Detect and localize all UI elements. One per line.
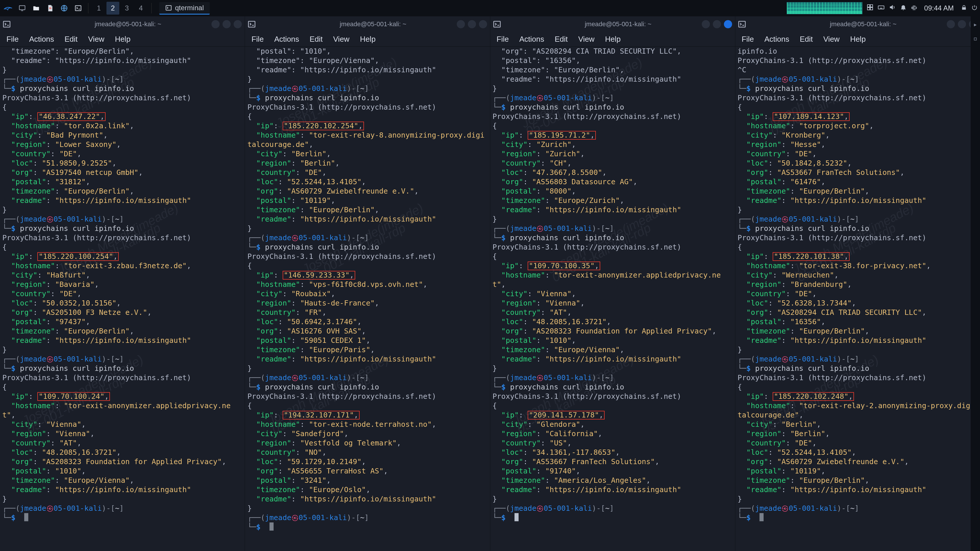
maximize-button[interactable] bbox=[713, 20, 721, 28]
menu-help[interactable]: Help bbox=[850, 35, 865, 44]
prompt-line-2[interactable]: └─$ bbox=[493, 513, 733, 522]
workspace-3[interactable]: 3 bbox=[121, 2, 133, 14]
cpu-graph[interactable] bbox=[787, 2, 862, 14]
command-text: proxychains curl ipinfo.io bbox=[755, 364, 869, 373]
json-field: "readme": "https://ipinfo.io/missingauth… bbox=[493, 205, 733, 214]
menu-edit[interactable]: Edit bbox=[555, 35, 568, 44]
menu-view[interactable]: View bbox=[333, 35, 349, 44]
prompt-line-2[interactable]: └─$ proxychains curl ipinfo.io bbox=[247, 383, 487, 392]
sidebar-folder-icon[interactable]: ▫ bbox=[973, 34, 977, 43]
json-field: "timezone": "Europe/Oslo", bbox=[247, 485, 487, 494]
lock-icon[interactable] bbox=[961, 4, 967, 13]
ip-highlight: "194.32.107.171", bbox=[283, 411, 360, 419]
menu-file[interactable]: File bbox=[742, 35, 754, 44]
prompt-line-2[interactable]: └─$ proxychains curl ipinfo.io bbox=[493, 103, 733, 112]
workspace-2[interactable]: 2 bbox=[107, 2, 119, 14]
terminal-body[interactable]: Joseph Meade(jmeade) 05-001-kali-kali-rd… bbox=[490, 47, 735, 551]
kali-menu-icon[interactable] bbox=[2, 2, 14, 14]
prompt-line-2[interactable]: └─$ proxychains curl ipinfo.io bbox=[247, 93, 487, 103]
terminal-body[interactable]: Joseph Meade(jmeade) 05-001-kali-kali-rd… bbox=[245, 47, 490, 551]
json-open-brace: { bbox=[493, 401, 733, 410]
json-field: "timezone": "Europe/Berlin", bbox=[738, 327, 978, 336]
file-manager-icon[interactable] bbox=[30, 2, 42, 14]
json-field: "org": "AS205100 F3 Netze e.V.", bbox=[2, 308, 242, 317]
prompt-line-2[interactable]: └─$ proxychains curl ipinfo.io bbox=[493, 233, 733, 243]
menu-actions[interactable]: Actions bbox=[274, 35, 299, 44]
prompt-line-2[interactable]: └─$ bbox=[2, 513, 242, 522]
terminal-body[interactable]: Joseph Meade(jmeade) 05-001-kali-kali-rd… bbox=[735, 47, 980, 551]
close-button[interactable] bbox=[234, 20, 242, 28]
json-close-brace: } bbox=[738, 205, 978, 214]
json-field: "postal": "10119", bbox=[247, 196, 487, 205]
menu-actions[interactable]: Actions bbox=[29, 35, 54, 44]
keyboard-icon[interactable] bbox=[878, 4, 885, 13]
command-text: proxychains curl ipinfo.io bbox=[20, 84, 134, 93]
json-field: "country": "NO", bbox=[247, 448, 487, 457]
maximize-button[interactable] bbox=[468, 20, 476, 28]
json-field: "org": "AS56803 Datasource AG", bbox=[493, 177, 733, 187]
menu-actions[interactable]: Actions bbox=[519, 35, 544, 44]
output-line: "readme": "https://ipinfo.io/missingauth… bbox=[493, 75, 733, 84]
volume-icon[interactable] bbox=[889, 4, 896, 13]
minimize-button[interactable] bbox=[212, 20, 220, 28]
menubar: FileActionsEditViewHelp bbox=[245, 32, 490, 47]
menu-view[interactable]: View bbox=[823, 35, 840, 44]
menu-help[interactable]: Help bbox=[605, 35, 620, 44]
sidebar-settings-icon[interactable]: ▸ bbox=[973, 21, 977, 29]
network-icon[interactable] bbox=[911, 4, 917, 13]
terminal-icon[interactable] bbox=[72, 2, 84, 14]
json-field: "postal": "1010", bbox=[493, 336, 733, 345]
json-field: "readme": "https://ipinfo.io/missingauth… bbox=[493, 354, 733, 364]
show-desktop-icon[interactable] bbox=[16, 2, 28, 14]
minimize-button[interactable] bbox=[702, 20, 710, 28]
menu-view[interactable]: View bbox=[88, 35, 104, 44]
minimize-button[interactable] bbox=[947, 20, 955, 28]
json-field-ip: "ip": "109.70.100.24", bbox=[2, 392, 242, 401]
menu-edit[interactable]: Edit bbox=[800, 35, 813, 44]
menu-file[interactable]: File bbox=[497, 35, 509, 44]
text-editor-icon[interactable] bbox=[45, 2, 56, 14]
prompt-line: ┌──(jmeade㉿05-001-kali)-[~] bbox=[738, 504, 978, 513]
maximize-button[interactable] bbox=[958, 20, 966, 28]
menu-file[interactable]: File bbox=[6, 35, 19, 44]
clock[interactable]: 09:44 AM bbox=[921, 4, 957, 12]
close-button[interactable] bbox=[724, 20, 732, 28]
browser-icon[interactable] bbox=[58, 2, 70, 14]
json-field-ip: "ip": "194.32.107.171", bbox=[247, 410, 487, 420]
prompt-line: ┌──(jmeade㉿05-001-kali)-[~] bbox=[2, 214, 242, 224]
workspace-1[interactable]: 1 bbox=[92, 2, 105, 14]
json-field-ip: "ip": "209.141.57.178", bbox=[493, 410, 733, 420]
maximize-button[interactable] bbox=[223, 20, 231, 28]
menu-view[interactable]: View bbox=[578, 35, 594, 44]
menu-file[interactable]: File bbox=[251, 35, 264, 44]
close-button[interactable] bbox=[479, 20, 487, 28]
power-icon[interactable] bbox=[971, 4, 978, 13]
prompt-line-2[interactable]: └─$ bbox=[738, 513, 978, 522]
prompt-line-2[interactable]: └─$ proxychains curl ipinfo.io bbox=[738, 364, 978, 373]
prompt-line-2[interactable]: └─$ bbox=[247, 522, 487, 532]
right-sidebar: ▸ ▫ bbox=[970, 16, 980, 551]
workspace-4[interactable]: 4 bbox=[134, 2, 147, 14]
terminal-body[interactable]: Joseph Meade(jmeade) 05-001-kali-kali-rd… bbox=[0, 47, 245, 551]
taskbar-app-qterminal[interactable]: qterminal bbox=[159, 2, 210, 14]
json-field: "city": "Bad Pyrmont", bbox=[2, 130, 242, 140]
prompt-line-2[interactable]: └─$ proxychains curl ipinfo.io bbox=[738, 224, 978, 233]
prompt-line-2[interactable]: └─$ proxychains curl ipinfo.io bbox=[247, 243, 487, 252]
prompt-line-2[interactable]: └─$ proxychains curl ipinfo.io bbox=[493, 383, 733, 392]
prompt-line-2[interactable]: └─$ proxychains curl ipinfo.io bbox=[2, 364, 242, 373]
json-field: "region": "Vienna", bbox=[493, 299, 733, 308]
json-open-brace: { bbox=[2, 383, 242, 392]
workspace-grid-icon[interactable] bbox=[867, 4, 873, 13]
json-field: "region": "Zurich", bbox=[493, 149, 733, 159]
menu-edit[interactable]: Edit bbox=[64, 35, 78, 44]
minimize-button[interactable] bbox=[457, 20, 465, 28]
menu-edit[interactable]: Edit bbox=[309, 35, 323, 44]
menu-help[interactable]: Help bbox=[115, 35, 130, 44]
notifications-icon[interactable] bbox=[900, 4, 907, 13]
prompt-line-2[interactable]: └─$ proxychains curl ipinfo.io bbox=[738, 84, 978, 93]
menu-help[interactable]: Help bbox=[360, 35, 375, 44]
prompt-line-2[interactable]: └─$ proxychains curl ipinfo.io bbox=[2, 224, 242, 233]
menu-actions[interactable]: Actions bbox=[764, 35, 789, 44]
prompt-line-2[interactable]: └─$ proxychains curl ipinfo.io bbox=[2, 84, 242, 93]
json-field: "readme": "https://ipinfo.io/missingauth… bbox=[2, 485, 242, 494]
